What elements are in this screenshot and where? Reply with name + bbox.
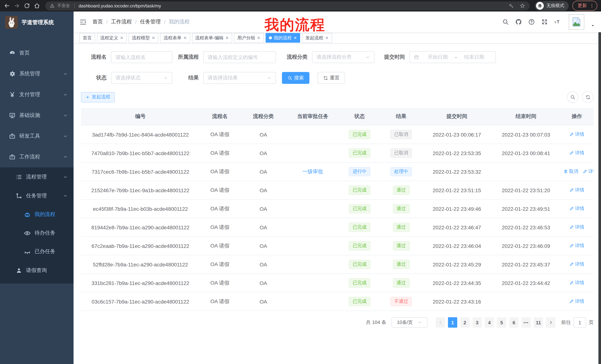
table-tools: [567, 91, 594, 103]
pagination: 共 104 条 10条/页 1 2 3 4 5 6 ••• 11: [81, 317, 594, 328]
detail-link[interactable]: 详情: [570, 150, 584, 156]
task-link[interactable]: 一级审批: [302, 168, 323, 174]
close-icon[interactable]: ✕: [225, 36, 229, 40]
detail-link[interactable]: 详情: [570, 131, 584, 138]
close-icon[interactable]: ✕: [183, 36, 187, 40]
close-icon[interactable]: ✕: [257, 36, 260, 40]
sidebar-item-todo-tasks[interactable]: 待办任务: [0, 224, 74, 242]
close-icon[interactable]: ✕: [293, 36, 297, 40]
sidebar-item-system[interactable]: 系统管理: [0, 63, 74, 84]
detail-link[interactable]: 详情: [570, 206, 584, 212]
hamburger-icon[interactable]: [80, 18, 87, 25]
caret-down-icon[interactable]: [591, 23, 595, 28]
sidebar-item-done-tasks[interactable]: 已办任务: [0, 242, 74, 261]
sidebar-item-workflow[interactable]: 工作流程: [0, 147, 74, 167]
page-button-2[interactable]: 2: [460, 317, 470, 328]
chevron-left-icon: [438, 320, 442, 325]
tree-list-icon: [16, 173, 22, 180]
forward-icon[interactable]: [14, 3, 20, 9]
tab-process-form[interactable]: 流程表单✕: [160, 33, 190, 43]
detail-link[interactable]: 详情: [570, 261, 584, 268]
page-button-1[interactable]: 1: [448, 317, 457, 328]
fullscreen-icon[interactable]: [541, 19, 548, 25]
sidebar-item-home[interactable]: 首页: [0, 43, 74, 63]
create-process-button[interactable]: 发起流程: [81, 92, 115, 102]
detail-link[interactable]: 详情: [570, 243, 584, 249]
avatar[interactable]: [569, 14, 584, 30]
refresh-table-button[interactable]: [582, 91, 594, 103]
header-search-icon[interactable]: [502, 19, 509, 25]
toggle-search-button[interactable]: [567, 91, 578, 103]
github-icon[interactable]: [515, 19, 522, 25]
key-icon[interactable]: [509, 3, 514, 9]
goto-page-input[interactable]: [573, 317, 586, 328]
search-button[interactable]: 搜索: [282, 72, 310, 84]
filter-row-1: 流程名 所属流程 流程分类 请选择流程分类 提交时间 开始日期 - 结束日期: [81, 51, 594, 63]
process-name-input[interactable]: [111, 51, 172, 63]
cancel-link[interactable]: 取消: [563, 168, 578, 175]
process-definition-input[interactable]: [203, 51, 276, 63]
back-icon[interactable]: [4, 3, 10, 9]
cell-status: 已完成: [339, 292, 380, 311]
detail-link[interactable]: 详情: [570, 298, 584, 305]
breadcrumb-separator: /: [106, 19, 108, 25]
breadcrumb-task-mgmt[interactable]: 任务管理: [140, 19, 161, 25]
more-pages-button[interactable]: •••: [521, 317, 531, 328]
cell-end-time: 2022-01-22 23:46:09: [492, 237, 560, 255]
tab-user-group[interactable]: 用户分组✕: [234, 33, 264, 43]
sidebar-item-process-mgmt[interactable]: 流程管理: [0, 167, 74, 186]
reload-icon[interactable]: [24, 3, 30, 9]
result-select[interactable]: 请选择流结果: [203, 72, 276, 84]
tab-process-model[interactable]: 流程模型✕: [129, 33, 158, 43]
sidebar-item-payment[interactable]: 支付管理: [0, 84, 74, 105]
page-button-4[interactable]: 4: [485, 317, 494, 328]
breadcrumb-home[interactable]: 首页: [92, 19, 103, 25]
close-icon[interactable]: ✕: [120, 36, 123, 40]
page-button-6[interactable]: 6: [509, 317, 519, 328]
page-button-5[interactable]: 5: [497, 317, 506, 328]
close-icon[interactable]: ✕: [151, 36, 155, 40]
sidebar-item-infra[interactable]: 基础设施: [0, 105, 74, 126]
sidebar-item-devtools[interactable]: 研发工具: [0, 126, 74, 147]
close-icon[interactable]: ✕: [325, 36, 329, 40]
page-size-select[interactable]: 10条/页: [391, 317, 428, 328]
eye-icon: [24, 230, 31, 237]
sidebar-item-my-process[interactable]: 我的流程: [0, 205, 74, 224]
goto-page: 前往 页: [561, 317, 594, 328]
tab-process-definition[interactable]: 流程定义✕: [97, 33, 127, 43]
logo[interactable]: 芋道管理系统: [0, 11, 74, 33]
col-end-time: 结束时间: [492, 108, 560, 125]
tab-label: 流程定义: [100, 35, 118, 41]
sidebar-item-label: 研发工具: [19, 133, 40, 140]
reset-button[interactable]: 重置: [318, 72, 345, 84]
main-area: 首页 / 工作流程 / 任务管理 / 我的流程 TT: [74, 11, 601, 364]
tab-home[interactable]: 首页: [80, 33, 95, 43]
star-icon[interactable]: [520, 3, 525, 9]
kebab-menu-icon[interactable]: [590, 3, 594, 8]
help-icon[interactable]: [528, 19, 535, 25]
sidebar-item-leave-query[interactable]: 请假查询: [0, 261, 74, 280]
detail-link[interactable]: 详情: [570, 224, 584, 230]
detail-link[interactable]: 详情: [583, 168, 594, 175]
cell-ops: 详情: [560, 144, 594, 162]
result-badge: 通过: [393, 223, 410, 232]
sidebar-item-task-mgmt[interactable]: 任务管理: [0, 186, 74, 205]
breadcrumb-workflow[interactable]: 工作流程: [111, 19, 132, 25]
address-bar[interactable]: 不安全 dashboard.yudao.iocoder.cn/bpm/task/…: [45, 1, 530, 10]
cell-submit-time: 2022-01-23 00:06:17: [422, 125, 492, 144]
top-navbar: 首页 / 工作流程 / 任务管理 / 我的流程 TT: [74, 11, 601, 32]
page-button-11[interactable]: 11: [534, 317, 543, 328]
home-icon[interactable]: [34, 3, 40, 9]
tab-process-form-edit[interactable]: 流程表单-编辑✕: [192, 33, 232, 43]
prev-page-button[interactable]: [436, 317, 445, 328]
next-page-button[interactable]: [546, 317, 555, 328]
update-button[interactable]: 更新: [572, 1, 597, 11]
page-button-3[interactable]: 3: [472, 317, 482, 328]
browser-scrollbar[interactable]: [598, 11, 601, 364]
detail-link[interactable]: 详情: [570, 280, 584, 286]
submit-time-range-picker[interactable]: 开始日期 - 结束日期: [409, 51, 496, 63]
font-size-icon[interactable]: TT: [554, 19, 561, 25]
detail-link[interactable]: 详情: [570, 187, 584, 193]
status-select[interactable]: 请选择状态: [111, 72, 172, 84]
process-category-select[interactable]: 请选择流程分类: [312, 51, 374, 63]
